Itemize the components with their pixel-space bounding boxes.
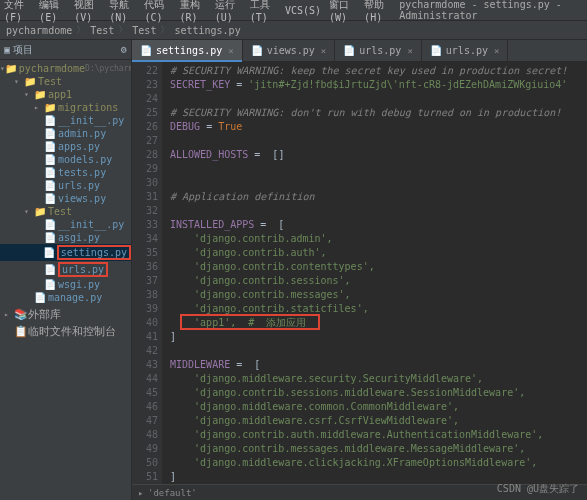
tree-item[interactable]: ▾📁Test bbox=[0, 75, 131, 88]
menu-item[interactable]: VCS(S) bbox=[285, 5, 321, 16]
line-gutter: 2223242526272829303132333435363738394041… bbox=[132, 62, 162, 484]
breadcrumb-item[interactable]: settings.py bbox=[174, 25, 240, 36]
tree-item[interactable]: 📄models.py bbox=[0, 153, 131, 166]
tree-item[interactable]: 📄__init__.py bbox=[0, 114, 131, 127]
code-line[interactable]: 'django.contrib.messages', bbox=[170, 288, 587, 302]
tree-item[interactable]: ▾📁app1 bbox=[0, 88, 131, 101]
code-line[interactable] bbox=[170, 176, 587, 190]
close-icon[interactable]: × bbox=[228, 46, 233, 56]
file-icon: 📄 bbox=[43, 247, 55, 258]
code-line[interactable]: 'django.contrib.auth.middleware.Authenti… bbox=[170, 428, 587, 442]
code-line[interactable]: 'django.middleware.security.SecurityMidd… bbox=[170, 372, 587, 386]
menu-item[interactable]: 窗口(W) bbox=[329, 0, 356, 23]
breadcrumb-item[interactable]: Test bbox=[132, 25, 156, 36]
file-icon: 📄 bbox=[44, 180, 56, 191]
menu-item[interactable]: 视图(V) bbox=[74, 0, 101, 23]
menu-item[interactable]: 重构(R) bbox=[180, 0, 207, 23]
code-line[interactable]: 'django.contrib.sessions', bbox=[170, 274, 587, 288]
menu-item[interactable]: 帮助(H) bbox=[364, 0, 391, 23]
code-line[interactable]: DEBUG = True bbox=[170, 120, 587, 134]
menu-bar: 文件(F) 编辑(E) 视图(V) 导航(N) 代码(C) 重构(R) 运行(U… bbox=[0, 0, 587, 20]
tree-item[interactable]: 📄admin.py bbox=[0, 127, 131, 140]
breadcrumb-item[interactable]: Test bbox=[90, 25, 114, 36]
menu-item[interactable]: 代码(C) bbox=[144, 0, 171, 23]
file-icon: 📄 bbox=[44, 193, 56, 204]
folder-icon: 📁 bbox=[24, 76, 36, 87]
tree-item[interactable]: 📄__init__.py bbox=[0, 218, 131, 231]
code-line[interactable] bbox=[170, 134, 587, 148]
code-line[interactable]: 'django.contrib.staticfiles', bbox=[170, 302, 587, 316]
project-icon: ▣ bbox=[4, 44, 10, 55]
code-line[interactable]: 'django.contrib.messages.middleware.Mess… bbox=[170, 442, 587, 456]
editor-tab[interactable]: 📄settings.py× bbox=[132, 40, 243, 62]
breadcrumb: pycharmdome〉 Test〉 Test〉 settings.py bbox=[0, 20, 587, 40]
code-line[interactable]: SECRET_KEY = 'jitn#+Zjd!fbd$iJrtuZjd\'nf… bbox=[170, 78, 587, 92]
tree-item[interactable]: 📄urls.py bbox=[0, 261, 131, 278]
code-line[interactable]: # SECURITY WARNING: keep the secret key … bbox=[170, 64, 587, 78]
code-line[interactable] bbox=[170, 204, 587, 218]
code-line[interactable]: ] bbox=[170, 330, 587, 344]
editor-tabs: 📄settings.py×📄views.py×📄urls.py×📄urls.py… bbox=[132, 40, 587, 62]
code-line[interactable]: 'django.contrib.admin', bbox=[170, 232, 587, 246]
code-line[interactable]: 'django.middleware.common.CommonMiddlewa… bbox=[170, 400, 587, 414]
tree-item[interactable]: 📄urls.py bbox=[0, 179, 131, 192]
sidebar-header: ▣ 项目 ⚙ bbox=[0, 40, 131, 60]
code-line[interactable]: 'django.contrib.auth', bbox=[170, 246, 587, 260]
tree-item[interactable]: 📄views.py bbox=[0, 192, 131, 205]
close-icon[interactable]: × bbox=[321, 46, 326, 56]
scratches[interactable]: 📋临时文件和控制台 bbox=[0, 323, 131, 340]
tree-item[interactable]: 📄asgi.py bbox=[0, 231, 131, 244]
editor-tab[interactable]: 📄views.py× bbox=[243, 40, 336, 62]
code-line[interactable] bbox=[170, 92, 587, 106]
external-libs[interactable]: ▸📚外部库 bbox=[0, 306, 131, 323]
close-icon[interactable]: × bbox=[494, 46, 499, 56]
editor-tab[interactable]: 📄urls.py× bbox=[335, 40, 422, 62]
tree-item[interactable]: ▸📁migrations bbox=[0, 101, 131, 114]
gear-icon[interactable]: ⚙ bbox=[121, 44, 127, 55]
code-line[interactable]: 'app1', # 添加应用 bbox=[170, 316, 587, 330]
breadcrumb-item[interactable]: pycharmdome bbox=[6, 25, 72, 36]
tree-item[interactable]: 📄manage.py bbox=[0, 291, 131, 304]
file-icon: 📄 bbox=[343, 45, 355, 56]
menu-item[interactable]: 运行(U) bbox=[215, 0, 242, 23]
code-line[interactable]: INSTALLED_APPS = [ bbox=[170, 218, 587, 232]
code-line[interactable]: 'django.contrib.sessions.middleware.Sess… bbox=[170, 386, 587, 400]
close-icon[interactable]: × bbox=[407, 46, 412, 56]
code-line[interactable]: ALLOWED_HOSTS = [] bbox=[170, 148, 587, 162]
project-tree[interactable]: ▾📁pycharmdome D:\pycharmdome▾📁Test▾📁app1… bbox=[0, 60, 131, 306]
menu-item[interactable]: 编辑(E) bbox=[39, 0, 66, 23]
code-line[interactable] bbox=[170, 162, 587, 176]
file-icon: 📄 bbox=[140, 45, 152, 56]
code-line[interactable] bbox=[170, 344, 587, 358]
tree-item[interactable]: 📄apps.py bbox=[0, 140, 131, 153]
code-editor[interactable]: 2223242526272829303132333435363738394041… bbox=[132, 62, 587, 484]
editor-tab[interactable]: 📄urls.py× bbox=[422, 40, 509, 62]
tree-item[interactable]: 📄tests.py bbox=[0, 166, 131, 179]
file-icon: 📄 bbox=[251, 45, 263, 56]
file-icon: 📄 bbox=[430, 45, 442, 56]
file-icon: 📄 bbox=[44, 128, 56, 139]
code-line[interactable]: MIDDLEWARE = [ bbox=[170, 358, 587, 372]
code-lines[interactable]: # SECURITY WARNING: keep the secret key … bbox=[162, 62, 587, 484]
code-line[interactable]: 'django.middleware.clickjacking.XFrameOp… bbox=[170, 456, 587, 470]
code-line[interactable]: # Application definition bbox=[170, 190, 587, 204]
menu-item[interactable]: 导航(N) bbox=[109, 0, 136, 23]
tree-item[interactable]: ▾📁Test bbox=[0, 205, 131, 218]
tree-item[interactable]: 📄wsgi.py bbox=[0, 278, 131, 291]
code-line[interactable]: 'django.contrib.contenttypes', bbox=[170, 260, 587, 274]
menu-item[interactable]: 工具(T) bbox=[250, 0, 277, 23]
folder-icon: 📁 bbox=[44, 102, 56, 113]
menu-item[interactable]: 文件(F) bbox=[4, 0, 31, 23]
project-sidebar: ▣ 项目 ⚙ ▾📁pycharmdome D:\pycharmdome▾📁Tes… bbox=[0, 40, 132, 500]
file-icon: 📄 bbox=[44, 141, 56, 152]
file-icon: 📄 bbox=[44, 264, 56, 275]
code-line[interactable]: 'django.middleware.csrf.CsrfViewMiddlewa… bbox=[170, 414, 587, 428]
tree-item[interactable]: ▾📁pycharmdome D:\pycharmdome bbox=[0, 62, 131, 75]
folder-icon: 📁 bbox=[5, 63, 17, 74]
code-line[interactable]: # SECURITY WARNING: don't run with debug… bbox=[170, 106, 587, 120]
tree-item[interactable]: 📄settings.py bbox=[0, 244, 131, 261]
file-icon: 📄 bbox=[44, 219, 56, 230]
watermark: CSDN @U盘失踪了 bbox=[497, 482, 579, 496]
file-icon: 📄 bbox=[44, 279, 56, 290]
folder-icon: 📁 bbox=[34, 89, 46, 100]
